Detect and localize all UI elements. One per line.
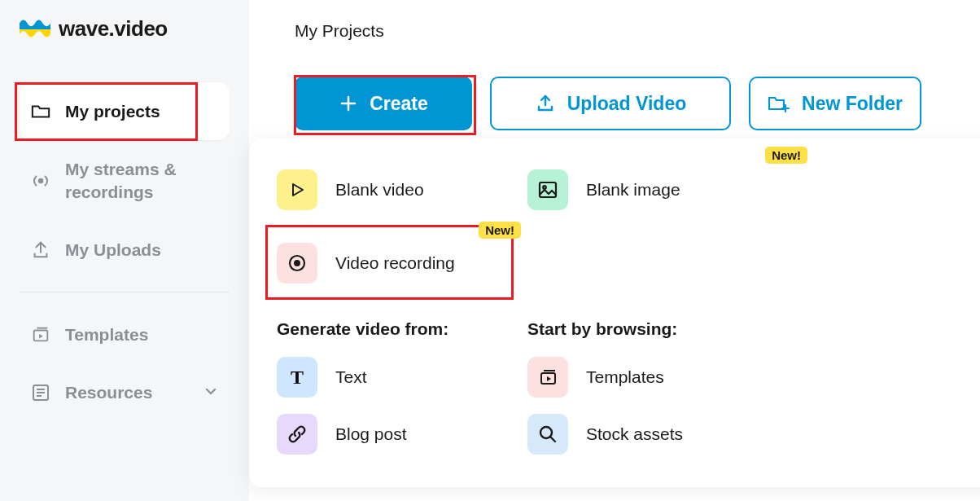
templates-icon (31, 325, 50, 345)
sidebar: wave.video My projects (0, 0, 249, 501)
option-label: Templates (586, 367, 664, 387)
option-stock-assets[interactable]: Stock assets (527, 414, 772, 455)
upload-icon (535, 93, 556, 114)
option-blank-video[interactable]: Blank video (277, 169, 521, 210)
sidebar-item-my-projects[interactable]: My projects (20, 82, 230, 140)
action-row: Create Upload Video (295, 77, 934, 130)
sidebar-item-label: My Uploads (65, 239, 161, 261)
plus-icon (339, 94, 358, 113)
record-icon (277, 243, 317, 283)
sidebar-item-resources[interactable]: Resources (20, 363, 230, 421)
link-icon (277, 414, 317, 455)
templates-icon (527, 357, 568, 398)
play-icon (277, 169, 317, 210)
wave-logo-icon (20, 18, 50, 41)
option-label: Stock assets (586, 424, 683, 444)
sidebar-item-label: My streams & recordings (65, 158, 218, 203)
broadcast-icon (31, 171, 50, 191)
button-label: Create (370, 93, 428, 115)
logo-text: wave.video (59, 16, 168, 42)
logo[interactable]: wave.video (20, 16, 230, 42)
folder-icon (31, 102, 50, 121)
new-badge: New! (479, 222, 521, 239)
sidebar-item-uploads[interactable]: My Uploads (20, 221, 230, 279)
upload-video-button[interactable]: Upload Video (490, 77, 731, 130)
svg-point-11 (543, 186, 546, 189)
upload-icon (31, 240, 50, 260)
new-folder-button[interactable]: New Folder (749, 77, 921, 130)
svg-point-0 (39, 178, 43, 182)
option-blank-image[interactable]: New! Blank image (527, 169, 772, 210)
button-label: New Folder (802, 93, 903, 115)
create-button[interactable]: Create (295, 77, 472, 130)
sidebar-item-label: Resources (65, 381, 152, 403)
sidebar-item-streams[interactable]: My streams & recordings (20, 140, 230, 221)
resources-icon (31, 383, 50, 402)
search-icon (527, 414, 568, 455)
option-templates[interactable]: Templates (527, 357, 772, 398)
option-video-recording[interactable]: New! Video recording (277, 231, 521, 295)
option-text[interactable]: T Text (277, 357, 521, 398)
main: My Projects Create (249, 0, 980, 501)
button-label: Upload Video (567, 93, 687, 115)
text-icon: T (277, 357, 317, 398)
sidebar-item-label: Templates (65, 323, 148, 345)
section-title-generate: Generate video from: (277, 319, 521, 339)
section-title-browse: Start by browsing: (527, 319, 772, 339)
chevron-down-icon (203, 384, 218, 402)
option-label: Video recording (335, 253, 455, 273)
option-label: Blank video (335, 180, 424, 200)
sidebar-item-label: My projects (65, 100, 160, 122)
image-icon (527, 169, 568, 210)
option-label: Blank image (586, 180, 680, 200)
create-dropdown: Blank video New! Blank image (249, 138, 980, 487)
svg-line-16 (550, 437, 555, 442)
sidebar-item-templates[interactable]: Templates (20, 305, 230, 363)
svg-rect-10 (540, 182, 556, 197)
page-title: My Projects (295, 21, 934, 41)
new-badge: New! (765, 147, 807, 164)
option-blog-post[interactable]: Blog post (277, 414, 521, 455)
folder-plus-icon (768, 94, 790, 113)
option-label: Text (335, 367, 367, 387)
option-label: Blog post (335, 424, 407, 444)
divider (20, 292, 230, 292)
svg-point-13 (294, 260, 300, 266)
